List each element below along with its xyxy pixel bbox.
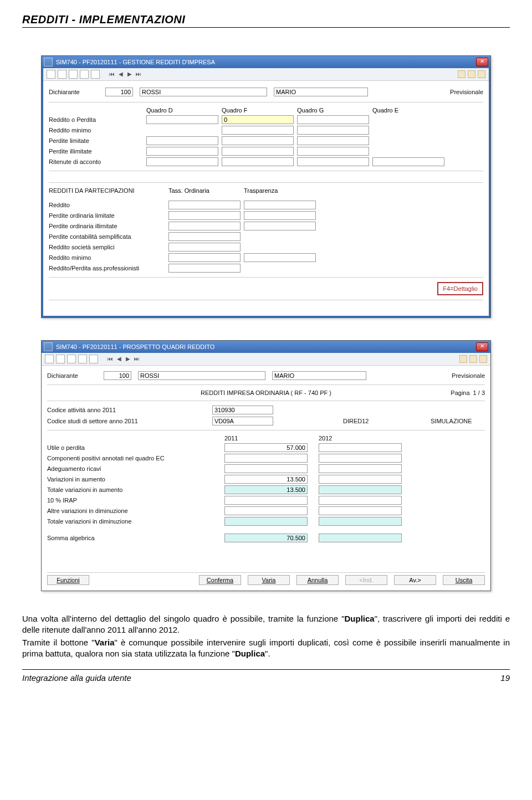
- row-label: Adeguamento ricavi: [47, 465, 213, 472]
- cell[interactable]: [146, 157, 218, 166]
- toolbar-icon[interactable]: [478, 70, 485, 78]
- toolbar-icon[interactable]: [458, 70, 466, 78]
- footer: Integrazione alla guida utente 19: [22, 673, 510, 683]
- toolbar-icon[interactable]: [89, 355, 98, 363]
- grid-quadri: Quadro D Quadro F Quadro G Quadro E Redd…: [49, 107, 483, 166]
- cell[interactable]: [244, 201, 316, 209]
- field-name[interactable]: MARIO: [272, 371, 366, 380]
- cell[interactable]: [168, 243, 241, 252]
- window-prospetto-quadri: SIM740 - PF20120111 - PROSPETTO QUADRI R…: [41, 340, 491, 591]
- window-title: SIM740 - PF20120111 - PROSPETTO QUADRI R…: [56, 343, 476, 350]
- footer-page-number: 19: [500, 673, 510, 683]
- toolbar-icon[interactable]: [69, 70, 78, 79]
- field-codice-attivita[interactable]: 310930: [212, 406, 273, 414]
- toolbar-icon[interactable]: [91, 70, 100, 79]
- cell[interactable]: [168, 232, 241, 241]
- cell[interactable]: [222, 157, 294, 166]
- uscita-button[interactable]: Uscita: [443, 575, 485, 585]
- cell[interactable]: [297, 115, 369, 124]
- dettaglio-button[interactable]: F4=Dettaglio: [437, 282, 483, 295]
- funzioni-button[interactable]: Funzioni: [47, 575, 89, 585]
- cell[interactable]: [146, 136, 218, 145]
- nav-last-icon[interactable]: ⏭: [135, 71, 142, 78]
- toolbar-icon[interactable]: [56, 355, 65, 363]
- close-icon[interactable]: ✕: [476, 58, 488, 66]
- cell[interactable]: [168, 264, 241, 273]
- nav-prev-icon[interactable]: ◀: [116, 356, 122, 362]
- cell[interactable]: [222, 147, 294, 156]
- varia-button[interactable]: Varia: [248, 575, 290, 585]
- field-surname[interactable]: ROSSI: [138, 371, 265, 380]
- field-code[interactable]: 100: [104, 371, 131, 380]
- app-icon: [44, 342, 53, 351]
- toolbar-icon[interactable]: [469, 355, 477, 363]
- field-code[interactable]: 100: [105, 88, 133, 96]
- cell[interactable]: [168, 253, 241, 262]
- cell[interactable]: 13.500: [224, 475, 308, 484]
- cell[interactable]: [224, 517, 308, 526]
- conferma-button[interactable]: Conferma: [199, 575, 241, 585]
- toolbar-icon[interactable]: [58, 70, 66, 79]
- av-button[interactable]: Av.>: [394, 575, 436, 585]
- cell[interactable]: [244, 222, 316, 230]
- divider: [47, 384, 485, 385]
- divider: [47, 430, 485, 430]
- cell[interactable]: [224, 464, 308, 473]
- toolbar-icon[interactable]: [45, 355, 54, 363]
- cell[interactable]: 57.000: [224, 443, 308, 452]
- cell[interactable]: [319, 506, 402, 515]
- cell[interactable]: [319, 517, 402, 526]
- toolbar-icon[interactable]: [479, 355, 487, 363]
- cell[interactable]: [146, 147, 218, 156]
- cell[interactable]: [319, 475, 402, 484]
- cell-somma[interactable]: [319, 534, 402, 542]
- nav-next-icon[interactable]: ▶: [126, 71, 133, 78]
- cell[interactable]: [244, 211, 316, 220]
- cell[interactable]: [319, 485, 402, 494]
- cell[interactable]: [168, 211, 241, 220]
- toolbar-icon[interactable]: [67, 355, 76, 363]
- nav-first-icon[interactable]: ⏮: [107, 356, 114, 362]
- subtitle: REDDITI IMPRESA ORDINARIA ( RF - 740 PF …: [201, 389, 331, 396]
- cell[interactable]: [222, 126, 294, 135]
- field-name[interactable]: MARIO: [274, 88, 368, 96]
- cell[interactable]: [146, 115, 218, 124]
- nav-first-icon[interactable]: ⏮: [109, 71, 115, 78]
- cell[interactable]: 13.500: [224, 485, 308, 494]
- cell[interactable]: [319, 496, 402, 505]
- cell[interactable]: [168, 201, 241, 209]
- cell[interactable]: [297, 126, 369, 135]
- toolbar-icon[interactable]: [80, 70, 89, 79]
- cell[interactable]: [224, 506, 308, 515]
- cell[interactable]: [297, 136, 369, 145]
- cell-somma[interactable]: 70.500: [224, 534, 308, 542]
- nav-prev-icon[interactable]: ◀: [117, 71, 124, 78]
- close-icon[interactable]: ✕: [476, 342, 488, 351]
- cell[interactable]: [319, 464, 402, 473]
- cell[interactable]: [372, 157, 444, 166]
- label-previsionale: Previsionale: [452, 372, 485, 379]
- cell[interactable]: [168, 222, 241, 230]
- cell[interactable]: [222, 136, 294, 145]
- cell[interactable]: [297, 157, 369, 166]
- row-label: Reddito/Perdita ass.professionisti: [49, 265, 165, 271]
- page-indicator: Pagina 1 / 3: [451, 389, 485, 396]
- cell[interactable]: [224, 454, 308, 463]
- cell[interactable]: [319, 454, 402, 463]
- row-label: Utile o perdita: [47, 444, 213, 451]
- toolbar-icon[interactable]: [468, 70, 475, 78]
- toolbar: ⏮ ◀ ▶ ⏭: [42, 353, 490, 366]
- toolbar-icon[interactable]: [459, 355, 467, 363]
- field-codice-studi[interactable]: VD09A: [212, 417, 273, 425]
- cell[interactable]: [319, 443, 402, 452]
- cell[interactable]: 0: [222, 115, 294, 124]
- page-value: 1 / 3: [473, 389, 485, 396]
- nav-next-icon[interactable]: ▶: [125, 356, 131, 362]
- cell[interactable]: [224, 496, 308, 505]
- field-surname[interactable]: ROSSI: [140, 88, 267, 96]
- annulla-button[interactable]: Annulla: [296, 575, 339, 585]
- toolbar-icon[interactable]: [47, 70, 55, 79]
- toolbar-icon[interactable]: [78, 355, 87, 363]
- cell[interactable]: [244, 253, 316, 262]
- cell[interactable]: [297, 147, 369, 156]
